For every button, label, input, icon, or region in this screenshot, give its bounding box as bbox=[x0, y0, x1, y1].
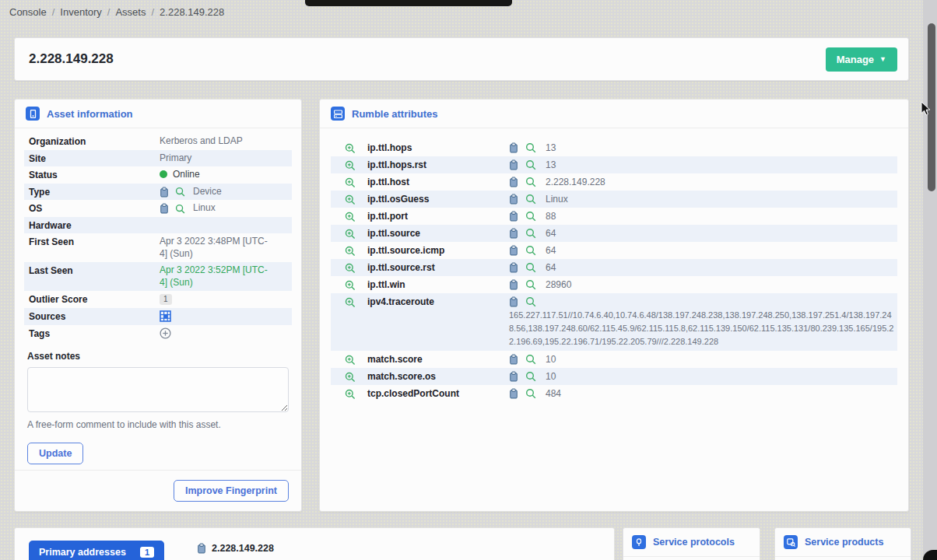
attribute-name: tcp.closedPortCount bbox=[367, 387, 509, 399]
copy-clipboard-icon[interactable] bbox=[509, 177, 518, 187]
type-value: Device bbox=[193, 186, 222, 197]
copy-clipboard-icon[interactable] bbox=[509, 279, 518, 290]
copy-clipboard-icon[interactable] bbox=[509, 388, 518, 399]
attribute-row-traceroute: ipv4.traceroute 165.227.117.51//10.74.6.… bbox=[331, 293, 897, 351]
info-row-organization: Organization Kerberos and LDAP bbox=[24, 133, 292, 150]
copy-clipboard-icon[interactable] bbox=[197, 543, 206, 554]
copy-clipboard-icon[interactable] bbox=[160, 187, 169, 198]
zoom-in-search-icon[interactable] bbox=[345, 372, 356, 383]
zoom-in-search-icon[interactable] bbox=[345, 229, 356, 240]
copy-clipboard-icon[interactable] bbox=[509, 262, 518, 273]
primary-addresses-tab[interactable]: Primary addresses 1 bbox=[29, 541, 164, 560]
search-icon[interactable] bbox=[525, 245, 536, 256]
breadcrumb-console[interactable]: Console bbox=[9, 6, 47, 18]
manage-button[interactable]: Manage ▼ bbox=[826, 47, 897, 72]
search-icon[interactable] bbox=[525, 159, 536, 170]
service-products-card: Service products bbox=[774, 527, 911, 560]
breadcrumb-separator: / bbox=[107, 6, 111, 18]
info-row-site: Site Primary bbox=[24, 150, 292, 167]
zoom-in-search-icon[interactable] bbox=[345, 355, 356, 366]
primary-addresses-count-badge: 1 bbox=[140, 547, 154, 558]
zoom-in-search-icon[interactable] bbox=[345, 280, 356, 291]
attribute-row: match.score.os 10 bbox=[331, 368, 897, 385]
attribute-name: ip.ttl.source bbox=[367, 227, 509, 239]
attribute-value: 2.228.149.228 bbox=[546, 176, 894, 187]
primary-addresses-card: Primary addresses 1 2.228.149.228 bbox=[14, 527, 615, 560]
zoom-in-search-icon[interactable] bbox=[345, 246, 356, 257]
attribute-name: ip.ttl.hops.rst bbox=[367, 159, 509, 170]
copy-clipboard-icon[interactable] bbox=[509, 296, 518, 307]
attribute-name: match.score.os bbox=[367, 370, 509, 382]
attribute-row: ip.ttl.host 2.228.149.228 bbox=[331, 173, 897, 191]
attribute-name: ip.ttl.source.icmp bbox=[367, 244, 509, 256]
asset-information-body: Organization Kerberos and LDAP Site Prim… bbox=[15, 128, 301, 341]
zoom-in-search-icon[interactable] bbox=[345, 297, 356, 308]
info-row-os: OS Linux bbox=[24, 200, 292, 217]
copy-clipboard-icon[interactable] bbox=[509, 142, 518, 153]
copy-clipboard-icon[interactable] bbox=[509, 228, 518, 239]
asset-notes-textarea[interactable] bbox=[27, 367, 289, 412]
clipped-product-row bbox=[775, 557, 911, 560]
attribute-value: 28960 bbox=[546, 278, 894, 290]
search-icon[interactable] bbox=[175, 204, 185, 214]
attribute-value: 64 bbox=[546, 227, 894, 239]
copy-clipboard-icon[interactable] bbox=[160, 203, 169, 214]
zoom-in-search-icon[interactable] bbox=[345, 143, 356, 154]
search-icon[interactable] bbox=[525, 211, 536, 222]
zoom-in-search-icon[interactable] bbox=[345, 194, 356, 205]
asset-icon bbox=[26, 107, 40, 121]
zoom-in-search-icon[interactable] bbox=[345, 160, 356, 171]
info-label: Status bbox=[29, 169, 160, 180]
info-row-status: Status Online bbox=[24, 166, 292, 184]
search-icon[interactable] bbox=[525, 371, 536, 382]
copy-clipboard-icon[interactable] bbox=[509, 354, 518, 365]
search-icon[interactable] bbox=[525, 354, 536, 365]
search-icon[interactable] bbox=[525, 228, 536, 239]
search-icon[interactable] bbox=[525, 296, 536, 307]
copy-clipboard-icon[interactable] bbox=[509, 245, 518, 256]
search-icon[interactable] bbox=[525, 388, 536, 399]
info-label: Outlier Score bbox=[29, 293, 160, 305]
breadcrumb-assets[interactable]: Assets bbox=[115, 6, 146, 18]
copy-clipboard-icon[interactable] bbox=[509, 194, 518, 205]
search-icon[interactable] bbox=[525, 279, 536, 290]
info-row-type: Type Device bbox=[24, 184, 292, 201]
attribute-row: tcp.closedPortCount 484 bbox=[331, 385, 897, 402]
primary-addresses-label: Primary addresses bbox=[39, 547, 126, 558]
copy-clipboard-icon[interactable] bbox=[509, 159, 518, 170]
vertical-scrollbar-track[interactable] bbox=[923, 0, 937, 560]
update-button[interactable]: Update bbox=[27, 443, 83, 464]
copy-clipboard-icon[interactable] bbox=[509, 371, 518, 382]
search-icon[interactable] bbox=[525, 177, 536, 187]
info-row-first-seen: First Seen Apr 3 2022 3:48PM [UTC-4] (Su… bbox=[24, 233, 292, 262]
zoom-in-search-icon[interactable] bbox=[345, 212, 356, 222]
breadcrumb-separator: / bbox=[151, 6, 154, 18]
breadcrumb-inventory[interactable]: Inventory bbox=[60, 6, 101, 18]
info-label: First Seen bbox=[29, 236, 160, 247]
status-text: Online bbox=[173, 169, 200, 180]
asset-card-footer: Improve Fingerprint bbox=[15, 470, 301, 511]
attribute-name: ip.ttl.osGuess bbox=[367, 193, 509, 205]
breadcrumb-current-asset: 2.228.149.228 bbox=[160, 6, 224, 18]
copy-clipboard-icon[interactable] bbox=[509, 211, 518, 222]
zoom-in-search-icon[interactable] bbox=[345, 177, 356, 188]
add-tag-icon[interactable] bbox=[160, 327, 171, 339]
zoom-in-search-icon[interactable] bbox=[345, 263, 356, 274]
primary-address-row: 2.228.149.228 bbox=[197, 541, 274, 554]
attribute-row: ip.ttl.hops.rst 13 bbox=[331, 156, 897, 173]
search-icon[interactable] bbox=[525, 262, 536, 273]
search-icon[interactable] bbox=[525, 194, 536, 205]
attribute-name: ip.ttl.source.rst bbox=[367, 261, 509, 273]
search-icon[interactable] bbox=[525, 142, 536, 153]
asset-information-title: Asset information bbox=[47, 108, 133, 120]
manage-button-label: Manage bbox=[837, 54, 874, 65]
asset-notes-help: A free-form comment to include with this… bbox=[27, 419, 289, 430]
screen-notch bbox=[305, 0, 512, 6]
improve-fingerprint-button[interactable]: Improve Fingerprint bbox=[174, 480, 289, 502]
primary-address-value: 2.228.149.228 bbox=[212, 543, 274, 554]
attribute-value: 10 bbox=[546, 353, 894, 365]
zoom-in-search-icon[interactable] bbox=[345, 389, 356, 400]
search-icon[interactable] bbox=[175, 187, 185, 197]
attribute-name: ip.ttl.hops bbox=[367, 142, 509, 153]
rumble-scanner-source-icon[interactable] bbox=[160, 310, 171, 322]
